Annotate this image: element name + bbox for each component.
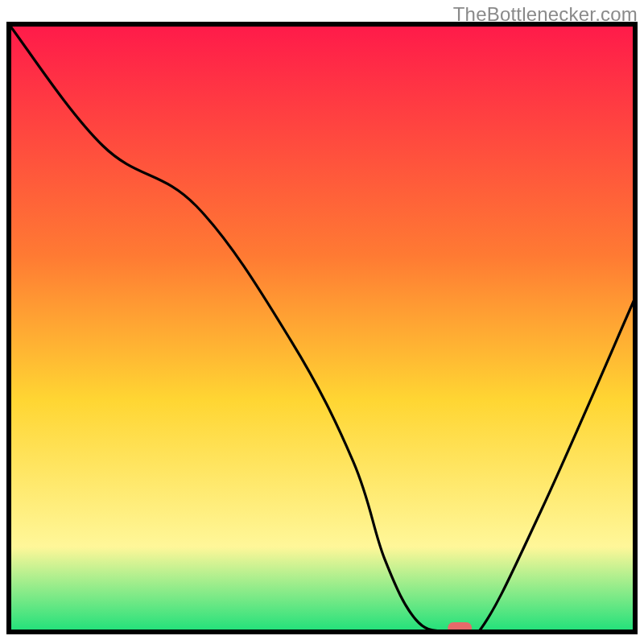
chart-svg xyxy=(0,0,644,644)
gradient-background xyxy=(9,24,635,632)
chart-canvas: TheBottlenecker.com xyxy=(0,0,644,644)
attribution-text: TheBottlenecker.com xyxy=(453,3,638,26)
